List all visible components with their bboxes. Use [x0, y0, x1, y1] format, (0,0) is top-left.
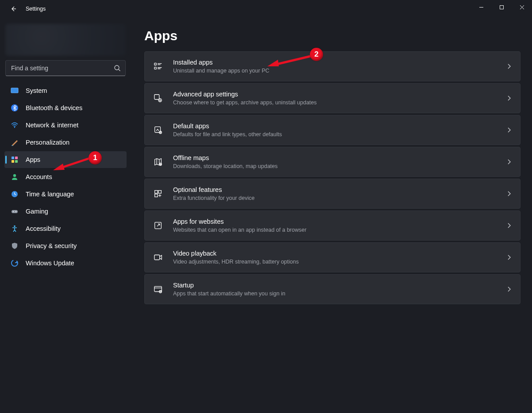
svg-rect-26 [155, 194, 158, 197]
sidebar-item-time[interactable]: Time & language [4, 186, 127, 203]
card-subtitle: Choose where to get apps, archive apps, … [173, 99, 506, 106]
card-title: Advanced app settings [173, 90, 506, 99]
search-box[interactable] [5, 60, 126, 76]
svg-line-33 [275, 56, 312, 65]
account-box[interactable] [5, 24, 126, 56]
page-title: Apps [144, 28, 520, 43]
update-icon [11, 259, 19, 267]
card-video-playback[interactable]: Video playback Video adjustments, HDR st… [144, 242, 520, 272]
sidebar-item-privacy[interactable]: Privacy & security [4, 237, 127, 254]
svg-rect-2 [11, 88, 18, 93]
card-subtitle: Defaults for file and link types, other … [173, 131, 506, 138]
annotation-badge-1: 1 [89, 151, 102, 164]
annotation-badge-2: 2 [310, 48, 323, 61]
minimize-button[interactable] [471, 0, 491, 14]
svg-line-31 [60, 158, 89, 168]
gamepad-icon [11, 207, 19, 215]
card-title: Installed apps [173, 58, 506, 67]
chevron-right-icon [506, 254, 512, 260]
titlebar: Settings [0, 0, 532, 18]
video-icon [153, 252, 163, 263]
map-icon [153, 157, 163, 167]
svg-point-10 [13, 174, 16, 177]
card-subtitle: Downloads, storage location, map updates [173, 163, 506, 170]
svg-marker-32 [53, 164, 65, 170]
sidebar-item-label: Accounts [26, 173, 52, 180]
card-subtitle: Uninstall and manage apps on your PC [173, 67, 506, 74]
svg-point-5 [14, 127, 15, 128]
card-title: Apps for websites [173, 218, 506, 226]
sidebar-item-label: Privacy & security [26, 242, 77, 249]
maximize-button[interactable] [491, 0, 512, 14]
card-startup[interactable]: Startup Apps that start automatically wh… [144, 274, 520, 304]
sidebar-item-label: Bluetooth & devices [26, 104, 82, 111]
svg-rect-18 [154, 67, 157, 69]
sidebar-item-personalization[interactable]: Personalization [4, 134, 127, 151]
card-title: Startup [173, 281, 506, 290]
chevron-right-icon [506, 286, 512, 292]
chevron-right-icon [506, 222, 512, 229]
startup-icon [153, 284, 163, 294]
svg-point-15 [14, 226, 15, 227]
card-advanced-app-settings[interactable]: Advanced app settings Choose where to ge… [144, 83, 520, 113]
clock-icon [11, 190, 19, 198]
open-external-icon [153, 220, 163, 231]
svg-rect-28 [154, 255, 160, 260]
svg-point-1 [115, 65, 119, 70]
advanced-settings-icon [153, 93, 163, 103]
svg-rect-29 [154, 287, 162, 292]
close-button[interactable] [512, 0, 532, 14]
chevron-right-icon [506, 159, 512, 165]
accessibility-icon [11, 225, 19, 233]
svg-rect-8 [12, 160, 14, 163]
card-apps-for-websites[interactable]: Apps for websites Websites that can open… [144, 210, 520, 241]
svg-rect-24 [155, 191, 158, 193]
card-subtitle: Websites that can open in an app instead… [173, 226, 506, 233]
svg-rect-12 [12, 210, 18, 213]
sidebar-item-label: System [26, 87, 47, 94]
sidebar-item-label: Accessibility [26, 225, 61, 232]
card-default-apps[interactable]: Default apps Defaults for file and link … [144, 115, 520, 145]
paintbrush-icon [11, 138, 19, 146]
apps-icon [11, 156, 19, 164]
sidebar: System Bluetooth & devices Network & int… [0, 18, 133, 413]
sidebar-item-gaming[interactable]: Gaming [4, 203, 127, 220]
svg-marker-34 [267, 60, 279, 66]
nav-list: System Bluetooth & devices Network & int… [0, 82, 131, 272]
sidebar-item-label: Windows Update [26, 260, 74, 267]
chevron-right-icon [506, 63, 512, 69]
card-title: Default apps [173, 122, 506, 130]
main-content: Apps Installed apps Uninstall and manage… [133, 18, 532, 413]
sidebar-item-label: Personalization [26, 139, 69, 146]
sidebar-item-label: Network & internet [26, 122, 78, 129]
bluetooth-icon [11, 104, 19, 112]
card-offline-maps[interactable]: Offline maps Downloads, storage location… [144, 147, 520, 177]
default-apps-icon [153, 125, 163, 135]
shield-icon [11, 242, 19, 250]
sidebar-item-label: Time & language [26, 191, 74, 198]
chevron-right-icon [506, 95, 512, 101]
optional-features-icon [153, 188, 163, 199]
back-button[interactable] [9, 4, 18, 13]
sidebar-item-accessibility[interactable]: Accessibility [4, 220, 127, 237]
svg-rect-25 [158, 191, 161, 193]
person-icon [11, 173, 19, 181]
sidebar-item-network[interactable]: Network & internet [4, 117, 127, 134]
svg-rect-7 [15, 157, 18, 159]
window-title: Settings [26, 6, 46, 12]
svg-point-13 [13, 211, 14, 212]
svg-point-14 [15, 211, 16, 212]
sidebar-item-bluetooth[interactable]: Bluetooth & devices [4, 99, 127, 116]
card-title: Offline maps [173, 154, 506, 162]
sidebar-item-update[interactable]: Windows Update [4, 255, 127, 272]
card-installed-apps[interactable]: Installed apps Uninstall and manage apps… [144, 51, 520, 81]
card-optional-features[interactable]: Optional features Extra functionality fo… [144, 179, 520, 209]
card-subtitle: Apps that start automatically when you s… [173, 290, 506, 297]
sidebar-item-system[interactable]: System [4, 82, 127, 99]
sidebar-item-label: Gaming [26, 208, 48, 215]
svg-rect-6 [12, 157, 14, 159]
card-subtitle: Video adjustments, HDR streaming, batter… [173, 258, 506, 265]
annotation-arrow-1 [52, 156, 91, 173]
svg-rect-0 [500, 5, 503, 9]
search-input[interactable] [10, 64, 111, 72]
